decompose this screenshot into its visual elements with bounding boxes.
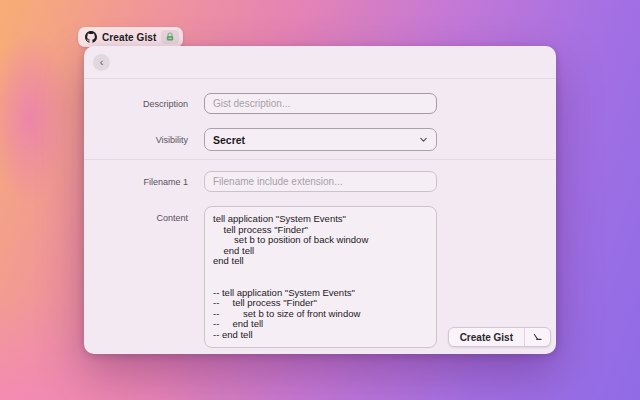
chevron-left-icon: ‹ — [100, 55, 104, 70]
create-gist-window: ‹ Description Visibility Secret — [84, 46, 556, 354]
github-icon — [85, 31, 97, 43]
chevron-down-icon — [419, 135, 428, 144]
back-button[interactable]: ‹ — [93, 54, 110, 71]
filename-row: Filename 1 — [84, 171, 556, 192]
menubar-item-create-gist[interactable]: Create Gist — [78, 27, 183, 47]
lock-status-badge — [161, 30, 179, 44]
filename-label: Filename 1 — [84, 177, 188, 187]
window-header: ‹ — [84, 46, 556, 78]
visibility-selected-value: Secret — [213, 134, 419, 146]
section-divider — [84, 159, 556, 160]
description-row: Description — [84, 93, 556, 114]
menubar-item-label: Create Gist — [102, 32, 156, 43]
gist-form: Description Visibility Secret Fi — [84, 79, 556, 352]
shortcut-key-segment[interactable] — [524, 328, 550, 346]
create-gist-button-label[interactable]: Create Gist — [449, 328, 524, 346]
content-label: Content — [84, 213, 188, 223]
filename-input[interactable] — [204, 171, 437, 192]
return-key-icon — [532, 332, 543, 343]
create-gist-button[interactable]: Create Gist — [448, 327, 551, 347]
description-label: Description — [84, 99, 188, 109]
content-textarea[interactable]: tell application "System Events" tell pr… — [204, 206, 437, 348]
visibility-label: Visibility — [84, 135, 188, 145]
visibility-row: Visibility Secret — [84, 128, 556, 151]
visibility-select[interactable]: Secret — [204, 128, 437, 151]
description-input[interactable] — [204, 93, 437, 114]
lock-icon — [165, 32, 175, 42]
